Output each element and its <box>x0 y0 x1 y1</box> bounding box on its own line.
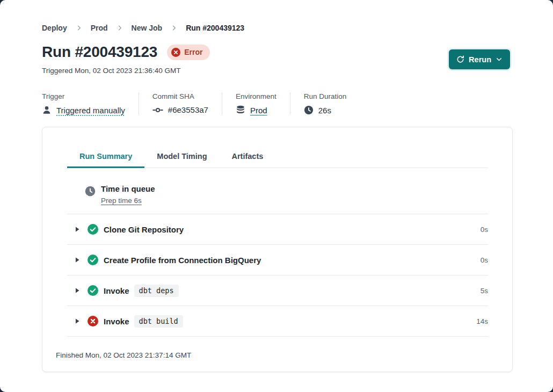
status-badge: Error <box>167 45 210 60</box>
tab-run-summary[interactable]: Run Summary <box>67 146 144 168</box>
tab-bar: Run Summary Model Timing Artifacts <box>67 146 488 168</box>
command-chip: dbt build <box>134 315 183 328</box>
trigger-value[interactable]: Triggered manually <box>56 106 125 115</box>
database-icon <box>236 105 245 115</box>
step-duration: 0s <box>481 226 488 234</box>
chevron-right-icon <box>117 25 123 31</box>
commit-icon <box>152 106 163 114</box>
run-summary-card: Run Summary Model Timing Artifacts Time … <box>42 127 513 372</box>
page-title: Run #200439123 <box>42 43 157 61</box>
expand-caret-icon[interactable] <box>73 225 82 234</box>
run-detail-page: Deploy Prod New Job Run #200439123 Run #… <box>0 0 553 392</box>
meta-duration: Run Duration 26s <box>290 92 360 115</box>
success-check-icon <box>88 285 98 296</box>
meta-commit: Commit SHA #6e3553a7 <box>139 92 222 115</box>
time-in-queue-row: Time in queue Prep time 6s <box>67 168 488 214</box>
chevron-right-icon <box>76 25 82 31</box>
success-check-icon <box>88 224 98 235</box>
queue-title: Time in queue <box>101 184 155 193</box>
meta-trigger: Trigger Triggered manually <box>42 92 139 115</box>
expand-caret-icon[interactable] <box>73 286 82 295</box>
command-chip: dbt deps <box>134 285 179 297</box>
prep-time-link[interactable]: Prep time 6s <box>101 197 142 205</box>
expand-caret-icon[interactable] <box>73 317 82 325</box>
step-label: Invoke <box>104 317 129 326</box>
success-check-icon <box>88 255 98 265</box>
error-circle-icon <box>88 316 98 326</box>
step-label: Clone Git Repository <box>104 225 184 234</box>
meta-duration-label: Run Duration <box>304 92 347 100</box>
breadcrumb-run-id: Run #200439123 <box>186 24 244 32</box>
expand-caret-icon[interactable] <box>73 256 82 264</box>
meta-commit-label: Commit SHA <box>152 92 208 100</box>
meta-trigger-label: Trigger <box>42 92 125 100</box>
clock-icon <box>304 105 314 115</box>
breadcrumb-deploy[interactable]: Deploy <box>42 24 67 32</box>
step-row-dbt-deps: Invoke dbt deps 5s <box>67 275 488 306</box>
commit-sha-value: #6e3553a7 <box>168 105 208 114</box>
breadcrumb-prod[interactable]: Prod <box>91 24 108 32</box>
tab-model-timing[interactable]: Model Timing <box>144 146 219 168</box>
step-duration: 5s <box>481 287 488 295</box>
step-row-create-profile: Create Profile from Connection BigQuery … <box>67 245 488 275</box>
status-badge-label: Error <box>184 48 202 56</box>
step-duration: 14s <box>476 317 488 325</box>
finished-timestamp: Finished Mon, 02 Oct 2023 21:37:14 GMT <box>42 337 512 359</box>
chevron-down-icon <box>496 56 503 63</box>
person-icon <box>42 105 52 115</box>
step-row-clone-git: Clone Git Repository 0s <box>67 214 488 245</box>
run-metadata: Trigger Triggered manually Commit SHA #6… <box>42 92 513 115</box>
step-label: Invoke <box>104 286 129 295</box>
run-duration-value: 26s <box>318 106 331 115</box>
tab-artifacts[interactable]: Artifacts <box>220 146 276 168</box>
refresh-icon <box>456 55 464 63</box>
step-row-dbt-build: Invoke dbt build 14s <box>67 306 488 337</box>
breadcrumb-new-job[interactable]: New Job <box>132 24 163 32</box>
triggered-timestamp: Triggered Mon, 02 Oct 2023 21:36:40 GMT <box>42 67 513 75</box>
step-duration: 0s <box>481 256 488 264</box>
breadcrumb: Deploy Prod New Job Run #200439123 <box>42 0 513 32</box>
environment-link[interactable]: Prod <box>250 106 267 115</box>
meta-environment-label: Environment <box>236 92 276 100</box>
error-circle-icon <box>171 48 180 57</box>
meta-environment: Environment Prod <box>222 92 290 115</box>
rerun-button-label: Rerun <box>469 55 491 64</box>
step-label: Create Profile from Connection BigQuery <box>104 256 261 265</box>
clock-icon <box>85 186 96 197</box>
chevron-right-icon <box>171 25 177 31</box>
rerun-button[interactable]: Rerun <box>449 49 510 69</box>
